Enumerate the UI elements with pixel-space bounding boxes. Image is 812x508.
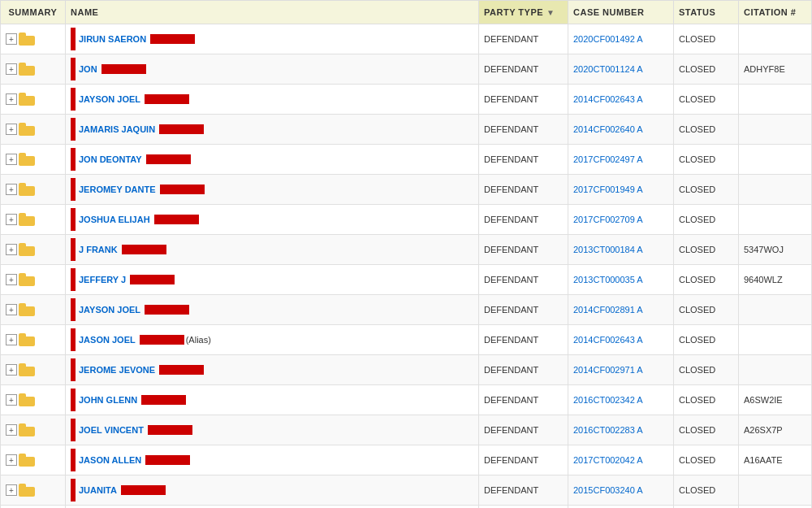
expand-button[interactable]: + [6, 424, 17, 436]
case-number-link[interactable]: 2020CF001492 A [573, 34, 643, 44]
defendant-name-link[interactable]: JOHN GLENN [79, 395, 137, 405]
summary-cell: + [1, 506, 66, 509]
case-number-cell: 2016CT002283 A [568, 415, 674, 445]
case-number-link[interactable]: 2016CT002342 A [573, 395, 643, 405]
defendant-name-link[interactable]: JOSHUA ELIJAH [79, 215, 150, 224]
case-number-link[interactable]: 2017CT002042 A [573, 455, 643, 465]
case-number-link[interactable]: 2017CF001949 A [573, 185, 643, 194]
citation-cell: ADHYF8E [739, 54, 812, 85]
name-cell: JUANITA [66, 475, 479, 506]
expand-button[interactable]: + [6, 244, 17, 255]
case-number-link[interactable]: 2014CF002891 A [573, 305, 643, 315]
results-table: SUMMARY NAME PARTY TYPE ▼ CASE NUMBER ST… [0, 0, 812, 508]
red-bar-indicator [71, 449, 76, 471]
name-cell: JEFFERY DIEGO [66, 506, 479, 509]
case-number-link[interactable]: 2014CF002643 A [573, 94, 643, 104]
citation-cell: A6SW2IE [739, 385, 812, 415]
case-number-link[interactable]: 2020CT001124 A [573, 64, 643, 74]
party-type-cell: DEFENDANT [479, 445, 568, 475]
party-type-cell: DEFENDANT [479, 506, 568, 509]
summary-cell: + [1, 445, 66, 475]
case-number-cell: 2017CT002042 A [568, 445, 674, 475]
citation-cell [739, 355, 812, 385]
defendant-name-link[interactable]: JAYSON JOEL [79, 94, 140, 104]
th-party-type[interactable]: PARTY TYPE ▼ [479, 1, 568, 24]
status-cell: CLOSED [674, 24, 739, 54]
defendant-name-link[interactable]: JEROMEY DANTE [79, 185, 156, 194]
red-bar-indicator [71, 118, 76, 141]
name-cell: J FRANK [66, 235, 479, 265]
case-number-cell: 2020CF001492 A [568, 24, 674, 54]
case-number-link[interactable]: 2013CT000035 A [573, 275, 643, 284]
expand-button[interactable]: + [6, 184, 17, 195]
expand-button[interactable]: + [6, 454, 17, 466]
red-bar-indicator [71, 208, 76, 231]
defendant-name-link[interactable]: JASON ALLEN [79, 455, 141, 465]
expand-button[interactable]: + [6, 364, 17, 376]
status-cell: CLOSED [674, 175, 739, 205]
defendant-name-link[interactable]: JEROME JEVONE [79, 365, 155, 375]
case-number-link[interactable]: 2016CT002283 A [573, 425, 643, 435]
name-cell: JAMARIS JAQUIN [66, 115, 479, 145]
citation-cell: 5347WOJ [739, 235, 812, 265]
defendant-name-link[interactable]: JASON JOEL [79, 335, 136, 345]
folder-icon [19, 123, 35, 136]
expand-button[interactable]: + [6, 304, 17, 315]
name-cell: JOEL VINCENT [66, 415, 479, 445]
expand-button[interactable]: + [6, 33, 17, 45]
status-cell: CLOSED [674, 295, 739, 325]
case-number-link[interactable]: 2017CF002709 A [573, 215, 643, 224]
status-cell: CLOSED [674, 54, 739, 85]
summary-cell: + [1, 295, 66, 325]
folder-icon [19, 303, 35, 316]
name-cell: JASON JOEL (Alias) [66, 325, 479, 355]
name-cell: JOSHUA ELIJAH [66, 205, 479, 235]
case-number-link[interactable]: 2014CF002971 A [573, 365, 643, 375]
expand-button[interactable]: + [6, 63, 17, 75]
table-row: + JAYSON JOEL DEFENDANT2014CF002643 ACLO… [1, 85, 812, 115]
summary-cell: + [1, 235, 66, 265]
status-cell: CLOSED [674, 325, 739, 355]
case-number-link[interactable]: 2014CF002643 A [573, 335, 643, 345]
expand-button[interactable]: + [6, 334, 17, 345]
expand-button[interactable]: + [6, 274, 17, 285]
defendant-name-link[interactable]: JAYSON JOEL [79, 305, 140, 315]
defendant-name-link[interactable]: JEFFERY J [79, 275, 126, 284]
expand-button[interactable]: + [6, 484, 17, 496]
citation-cell [739, 115, 812, 145]
redacted-last-name [148, 425, 192, 435]
expand-button[interactable]: + [6, 394, 17, 406]
defendant-name-link[interactable]: JON DEONTAY [79, 154, 142, 164]
case-number-cell: 2017CF001949 A [568, 175, 674, 205]
defendant-name-link[interactable]: JUANITA [79, 485, 117, 495]
case-number-link[interactable]: 2015CF003240 A [573, 485, 643, 495]
party-type-cell: DEFENDANT [479, 265, 568, 295]
defendant-name-link[interactable]: JOEL VINCENT [79, 425, 144, 435]
case-number-cell: 2014CF002971 A [568, 355, 674, 385]
redacted-last-name [145, 305, 189, 315]
case-number-cell: 2014CF002891 A [568, 295, 674, 325]
name-cell: JIRUN SAERON [66, 24, 479, 54]
case-number-cell: 2015CF002835 A [568, 506, 674, 509]
th-case-number: CASE NUMBER [568, 1, 674, 24]
defendant-name-link[interactable]: JON [79, 64, 97, 74]
expand-button[interactable]: + [6, 154, 17, 165]
table-row: + JUANITA DEFENDANT2015CF003240 ACLOSED [1, 475, 812, 506]
status-cell: CLOSED [674, 145, 739, 175]
citation-cell [739, 85, 812, 115]
red-bar-indicator [71, 178, 76, 201]
party-type-cell: DEFENDANT [479, 24, 568, 54]
summary-cell: + [1, 115, 66, 145]
case-number-link[interactable]: 2017CF002497 A [573, 154, 643, 164]
defendant-name-link[interactable]: JAMARIS JAQUIN [79, 124, 155, 134]
case-number-link[interactable]: 2013CT000184 A [573, 245, 643, 254]
name-cell: JASON ALLEN [66, 445, 479, 475]
case-number-link[interactable]: 2014CF002640 A [573, 124, 643, 134]
expand-button[interactable]: + [6, 214, 17, 225]
folder-icon [19, 393, 35, 406]
expand-button[interactable]: + [6, 93, 17, 105]
folder-icon [19, 454, 35, 467]
defendant-name-link[interactable]: JIRUN SAERON [79, 34, 146, 44]
expand-button[interactable]: + [6, 124, 17, 135]
defendant-name-link[interactable]: J FRANK [79, 245, 118, 254]
